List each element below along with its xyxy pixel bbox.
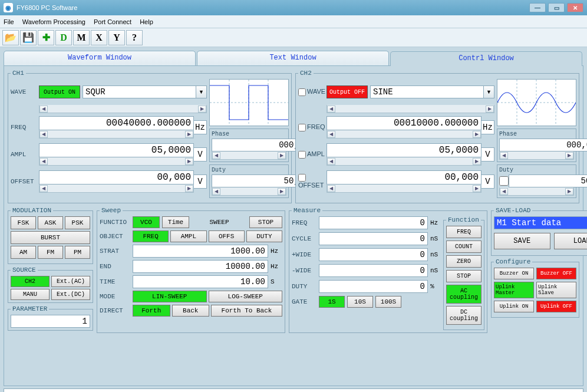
menu-port-connect[interactable]: Port Connect [94,18,131,25]
toolbar-y[interactable]: Y [108,30,125,45]
save-button[interactable]: SAVE [494,233,550,249]
ch2-ampl-scrollbar[interactable]: ◀▶ [327,157,482,166]
ch1-ampl-input[interactable] [39,143,194,157]
src-ext-dc[interactable]: Ext.(DC) [51,289,90,300]
src-ext-ac[interactable]: Ext.(AC) [51,276,90,287]
meas-pwide-input[interactable] [319,248,428,261]
sweep-end-input[interactable] [133,260,268,273]
ch2-duty-scrollbar[interactable]: ◀▶ [499,187,574,196]
toolbar-help[interactable]: ? [126,30,143,45]
ch1-freq-input[interactable] [39,116,194,130]
toolbar-save[interactable]: 💾 [20,30,37,45]
ch2-wave-scrollbar[interactable]: ◀▶ [327,105,494,113]
func-dc-coupling[interactable]: DC coupling [446,306,482,325]
gate-1s[interactable]: 1S [319,296,345,308]
toolbar-open[interactable]: 📂 [2,30,19,45]
menu-waveform-processing[interactable]: Waveform Processing [22,18,85,25]
sweep-ftb[interactable]: Forth To Back [211,305,282,317]
ch1-wave-dropdown-icon[interactable]: ▼ [196,85,207,98]
func-zero[interactable]: ZERO [446,255,482,268]
mod-burst[interactable]: BURST [11,231,90,244]
mod-ask[interactable]: ASK [38,216,63,229]
ch1-ampl-scrollbar[interactable]: ◀▶ [39,157,194,166]
ch2-freq-input[interactable] [327,116,482,130]
tab-waveform[interactable]: Waveform Window [4,51,196,65]
ch2-ampl-check[interactable] [298,151,306,159]
ch1-duty-scrollbar[interactable]: ◀▶ [212,187,286,196]
ch2-offset-scrollbar[interactable]: ◀▶ [327,185,482,193]
buzzer-off[interactable]: Buzzer OFF [536,268,576,279]
ch2-wave-select[interactable] [370,85,484,98]
sweep-stop[interactable]: STOP [249,216,282,228]
src-ch2[interactable]: CH2 [11,276,50,287]
func-stop[interactable]: STOP [446,270,482,282]
sweep-obj-ampl[interactable]: AMPL [170,230,206,242]
menu-file[interactable]: File [4,18,14,25]
parameter-input[interactable] [11,315,90,328]
ch1-wave-scrollbar[interactable]: ◀▶ [39,105,207,113]
mod-psk[interactable]: PSK [65,216,90,229]
meas-cycle-input[interactable] [319,232,428,245]
ch1-output-button[interactable]: Output ON [39,85,80,98]
ch2-phase-input[interactable] [499,139,587,151]
minimize-button[interactable]: — [529,3,546,12]
toolbar-d[interactable]: D [55,30,72,45]
toolbar-x[interactable]: X [91,30,107,45]
ch2-wave-check[interactable] [298,88,306,96]
load-button[interactable]: LOAD [554,233,588,249]
ch1-phase-scrollbar[interactable]: ◀▶ [212,151,286,160]
ch1-offset-input[interactable] [39,170,194,185]
ch2-title: CH2 [298,70,314,77]
gate-100s[interactable]: 100S [375,296,401,308]
close-button[interactable]: ✕ [567,3,583,12]
mod-am[interactable]: AM [11,246,36,259]
ch2-output-button[interactable]: Output OFF [327,85,368,98]
ch2-duty-input[interactable] [509,174,587,187]
ch2-phase-scrollbar[interactable]: ◀▶ [499,151,574,160]
ch2-freq-scrollbar[interactable]: ◀▶ [327,130,482,139]
ch2-ampl-input[interactable] [327,143,482,157]
toolbar-m[interactable]: M [73,30,90,45]
mod-fsk[interactable]: FSK [11,216,36,229]
ch1-offset-scrollbar[interactable]: ◀▶ [39,185,194,193]
sweep-lin[interactable]: LIN-SWEEP [133,291,207,302]
src-manu[interactable]: MANU [11,289,50,300]
ch2-wave-dropdown-icon[interactable]: ▼ [484,85,494,98]
meas-nwide-input[interactable] [319,264,428,277]
sweep-start-input[interactable] [133,245,268,258]
saveload-slot[interactable] [494,216,587,229]
sweep-vco[interactable]: VCO [133,216,160,228]
sweep-obj-duty[interactable]: DUTY [246,230,282,242]
ch2-duty-check[interactable] [499,174,509,187]
tab-control[interactable]: Contrl Window [390,51,582,66]
func-ac-coupling[interactable]: AC coupling [446,285,482,304]
meas-freq-input[interactable] [319,216,428,229]
uplink-master[interactable]: Uplink Master [494,282,534,298]
maximize-button[interactable]: ▭ [548,3,565,12]
sweep-back[interactable]: Back [172,305,210,317]
mod-pm[interactable]: PM [65,246,90,259]
menu-help[interactable]: Help [140,18,153,25]
func-freq[interactable]: FREQ [446,226,482,238]
uplink-on[interactable]: Uplink ON [494,301,534,312]
buzzer-on[interactable]: Buzzer ON [494,268,534,279]
sweep-obj-offs[interactable]: OFFS [209,230,245,242]
sweep-obj-freq[interactable]: FREQ [133,230,169,242]
uplink-off[interactable]: Uplink OFF [536,301,576,312]
meas-duty-input[interactable] [319,280,428,293]
sweep-log[interactable]: LOG-SWEEP [209,291,283,302]
ch1-freq-scrollbar[interactable]: ◀▶ [39,130,194,139]
uplink-slave[interactable]: Uplink Slave [536,282,576,298]
toolbar-add[interactable]: ✚ [38,30,54,45]
ch2-freq-check[interactable] [298,124,306,131]
sweep-time-input[interactable] [133,275,268,288]
ch2-offset-check[interactable] [298,174,306,182]
gate-10s[interactable]: 10S [347,296,373,308]
ch1-wave-select[interactable] [83,85,196,98]
sweep-forth[interactable]: Forth [133,305,170,317]
sweep-time[interactable]: Time [162,216,189,228]
tab-text[interactable]: Text Window [197,51,389,65]
ch2-offset-input[interactable] [327,170,482,185]
func-count[interactable]: COUNT [446,241,482,253]
mod-fm[interactable]: FM [38,246,63,259]
